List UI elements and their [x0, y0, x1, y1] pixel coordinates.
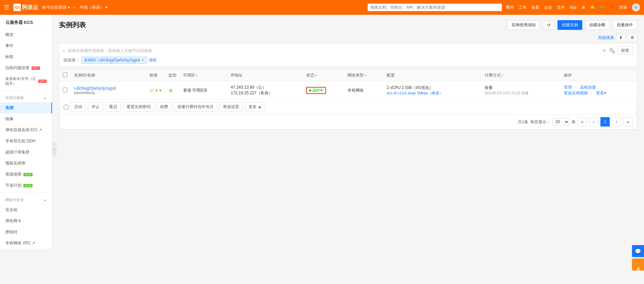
clear-all-filters-btn[interactable]: 清除 — [149, 57, 157, 63]
nav-support[interactable]: 支持 — [557, 5, 565, 10]
instances-table: 实例ID/名称 标签 监控 可用区 ▾ IP地址 状态 ▾ 网络类型 ▾ — [59, 70, 637, 100]
status-sort[interactable]: 状态 ▾ — [306, 73, 341, 78]
sidebar-item-keypair[interactable]: 密钥对 — [0, 227, 52, 238]
region-selector[interactable]: 中国（香港） ▾ — [80, 5, 107, 10]
action-restart-btn[interactable]: 重启 — [105, 102, 121, 111]
advanced-search-link[interactable]: 高级搜索 — [598, 35, 614, 41]
sidebar-item-trouble[interactable]: 自助问题排查 HOT — [0, 62, 52, 74]
nav-record[interactable]: 备案 — [531, 5, 539, 10]
sidebar-item-ddh[interactable]: 专有宿主机 DDH — [0, 136, 52, 147]
sidebar-item-vpc[interactable]: 专有网络 VPC ↗ — [0, 238, 52, 249]
sidebar-item-eci[interactable]: 弹性容器实例 ECI ↗ — [0, 125, 52, 136]
network-type: 专有网络 — [347, 88, 364, 93]
global-search[interactable] — [368, 4, 502, 11]
settings-btn[interactable]: ⚙ — [628, 34, 637, 41]
filter-tag-value: 实例ID: i-j6c9ujgf2jw0a3y2agsd — [84, 57, 140, 63]
status-dot — [309, 89, 311, 92]
sidebar-item-eni[interactable]: 弹性网卡 — [0, 216, 52, 227]
user-avatar[interactable]: Ie — [632, 3, 640, 11]
chat-float-btn[interactable]: 💬 — [632, 245, 644, 257]
sidebar-item-hpc[interactable]: 超级计算集群 — [0, 147, 52, 158]
new-badge-savings: NEW — [23, 184, 33, 187]
zone-sort[interactable]: 可用区 ▾ — [183, 73, 224, 78]
sidebar-item-instance[interactable]: 实例 — [0, 102, 52, 113]
sidebar-section-instances[interactable]: 实例与镜像 ▲ — [0, 92, 52, 102]
nav-enterprise[interactable]: 企业 — [544, 5, 552, 10]
menu-toggle-button[interactable]: ☰ — [4, 4, 9, 11]
filter-clear-btn[interactable]: ✕ — [602, 48, 606, 53]
op-more-link[interactable]: 更多▾ — [596, 91, 606, 95]
sidebar-toggle-button[interactable]: ‹ — [52, 143, 56, 156]
sidebar-item-command[interactable]: 发送命令/文件（云助手） HOT — [0, 74, 52, 89]
nav-fee[interactable]: 费用 — [506, 5, 514, 10]
network-sort[interactable]: 网络类型 ▾ — [347, 73, 380, 78]
col-config: 配置 — [383, 70, 481, 81]
action-release-btn[interactable]: 释放设置 — [219, 102, 243, 111]
main-content: 实例列表 实例使用须知 ↺ 创建实例 创建诊断 批量操作 高级搜索 ⬇ ⚙ ▸ … — [52, 15, 644, 284]
sidebar-item-image[interactable]: 镜像 — [0, 113, 52, 125]
total-label: 共1条 — [518, 119, 528, 125]
action-reset-pwd-btn[interactable]: 重置实例密码 — [123, 102, 154, 111]
nav-simplify[interactable]: 简体 — [619, 5, 627, 10]
screen-icon[interactable]: 🖥 — [168, 88, 173, 93]
bottom-checkbox[interactable] — [64, 105, 68, 109]
action-start-btn[interactable]: 启动 — [70, 102, 86, 111]
current-page-btn[interactable]: 1 — [600, 117, 610, 127]
feedback-float-btn[interactable]: 反馈 — [632, 258, 644, 271]
create-diagnose-btn[interactable]: 创建诊断 — [585, 20, 610, 30]
search-input[interactable] — [368, 4, 502, 11]
sidebar-item-tag[interactable]: 标签 — [0, 51, 52, 62]
pay-sort[interactable]: 付费方式 ▾ — [485, 73, 557, 78]
sidebar-section-network[interactable]: 网络与安全 ▲ — [0, 194, 52, 204]
download-btn[interactable]: ⬇ — [616, 34, 626, 41]
instance-id-link[interactable]: i-j6c9ujgf2jw0a3y2agsd — [74, 86, 116, 91]
last-page-btn[interactable]: » — [623, 117, 633, 127]
op-remote-link[interactable]: 远程连接 — [580, 85, 596, 90]
help-btn[interactable]: 实例使用须知 — [507, 20, 540, 30]
create-instance-btn[interactable]: 创建实例 — [557, 20, 582, 30]
next-page-btn[interactable]: › — [612, 117, 621, 127]
sidebar-item-savings[interactable]: 节省计划 NEW — [0, 180, 52, 191]
per-page-select[interactable]: 20 50 100 — [552, 118, 570, 126]
refresh-btn[interactable]: ↺ — [543, 21, 555, 30]
page-title: 实例列表 — [59, 20, 86, 30]
svg-point-1 — [16, 8, 18, 9]
batch-ops-btn[interactable]: 批量操作 — [612, 20, 637, 30]
filter-row: ▸ ✕ 🔍 标签 — [63, 46, 633, 55]
filter-input[interactable] — [68, 48, 600, 53]
cell-tag: 🏷 ● ● — [146, 81, 165, 100]
config-sub[interactable]: ecs.t6-c1m1.large 5Mbps（峰值） — [387, 91, 478, 96]
account-selector[interactable]: 账号全部资源 ▾ — [42, 5, 70, 10]
action-convert-btn[interactable]: 按量付费转包年包月 — [174, 102, 217, 111]
nav-help-icon[interactable]: ❓ — [609, 5, 614, 10]
nav-ticket[interactable]: 工单 — [519, 5, 527, 10]
first-page-btn[interactable]: « — [578, 117, 587, 127]
monitor-green-icon[interactable]: ● — [155, 88, 158, 93]
nav-bell-icon[interactable]: 🔔 — [590, 5, 595, 10]
action-renew-btn[interactable]: 续费 — [156, 102, 172, 111]
sidebar-item-overview[interactable]: 概览 — [0, 29, 52, 40]
sidebar-item-sg[interactable]: 安全组 — [0, 204, 52, 216]
select-all-checkbox[interactable] — [63, 73, 67, 77]
nav-cart-icon[interactable]: 🛒 — [600, 5, 605, 10]
cell-network: 专有网络 — [344, 81, 383, 100]
filter-search-btn[interactable]: 🔍 — [609, 48, 615, 53]
sidebar-item-event[interactable]: 事件 — [0, 40, 52, 51]
sidebar-item-reserved[interactable]: 预留实例券 — [0, 158, 52, 169]
op-change-link[interactable]: 更改实例规格 — [564, 91, 588, 95]
filter-tag-close-btn[interactable]: ✕ — [141, 58, 144, 62]
sidebar-item-resource[interactable]: 资源保障 NEW — [0, 169, 52, 180]
page-actions: 实例使用须知 ↺ 创建实例 创建诊断 批量操作 — [507, 20, 637, 30]
action-more-btn[interactable]: 更多 ▲ — [245, 102, 265, 111]
tag-icon[interactable]: 🏷 — [150, 88, 154, 93]
op-manage-link[interactable]: 管理 — [564, 85, 572, 90]
nav-screen-icon[interactable]: 🖥 — [581, 5, 585, 10]
status-sort-icon: ▾ — [315, 74, 317, 77]
monitor-green2-icon[interactable]: ● — [159, 88, 162, 93]
sidebar: 云服务器 ECS 概览 事件 标签 自助问题排查 HOT 发送命令/文件（云助手… — [0, 15, 52, 249]
filter-tag-btn[interactable]: 标签 — [618, 46, 633, 55]
row-checkbox[interactable] — [63, 88, 67, 92]
nav-app[interactable]: App — [570, 5, 577, 10]
action-stop-btn[interactable]: 停止 — [88, 102, 103, 111]
prev-page-btn[interactable]: ‹ — [589, 117, 598, 127]
